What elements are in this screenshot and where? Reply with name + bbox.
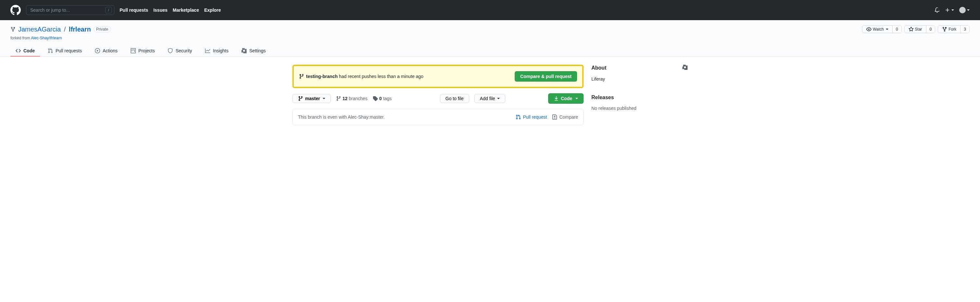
nav-pull-requests[interactable]: Pull requests bbox=[119, 8, 148, 13]
search-input[interactable] bbox=[26, 5, 115, 15]
shield-icon bbox=[168, 48, 173, 53]
search-slash-hint: / bbox=[105, 7, 112, 13]
repo-title: JamesAGarcia / lfrlearn bbox=[18, 26, 91, 33]
repo-forked-icon bbox=[10, 27, 16, 32]
branch-status-box: This branch is even with Alec-Shay:maste… bbox=[293, 109, 584, 125]
tab-projects[interactable]: Projects bbox=[126, 46, 160, 57]
watch-count[interactable]: 0 bbox=[892, 26, 901, 33]
tab-insights[interactable]: Insights bbox=[200, 46, 234, 57]
nav-explore[interactable]: Explore bbox=[204, 8, 221, 13]
compare-link[interactable]: Compare bbox=[552, 114, 578, 120]
avatar bbox=[959, 7, 966, 13]
repo-pagehead: JamesAGarcia / lfrlearn Private Watch 0 … bbox=[0, 20, 980, 57]
tab-code[interactable]: Code bbox=[10, 46, 40, 57]
watch-button[interactable]: Watch bbox=[862, 26, 892, 33]
tab-actions[interactable]: Actions bbox=[90, 46, 123, 57]
main-container: testing-branch had recent pushes less th… bbox=[282, 57, 698, 133]
file-navigation: master 12 branches 0 tags Go to file Add… bbox=[293, 93, 584, 104]
git-branch-icon bbox=[298, 96, 303, 101]
project-icon bbox=[130, 48, 136, 53]
git-branch-icon bbox=[336, 96, 341, 101]
sidebar: About Liferay Releases No releases publi… bbox=[591, 65, 687, 125]
repo-visibility-badge: Private bbox=[94, 26, 111, 32]
global-header: / Pull requests Issues Marketplace Explo… bbox=[0, 0, 980, 20]
code-icon bbox=[16, 48, 21, 53]
repo-title-row: JamesAGarcia / lfrlearn Private Watch 0 … bbox=[10, 26, 970, 33]
star-button[interactable]: Star bbox=[905, 26, 926, 33]
recent-push-banner: testing-branch had recent pushes less th… bbox=[293, 65, 584, 88]
recent-push-message: testing-branch had recent pushes less th… bbox=[299, 74, 423, 79]
about-heading: About bbox=[591, 65, 687, 71]
tab-pull-requests[interactable]: Pull requests bbox=[43, 46, 87, 57]
graph-icon bbox=[205, 48, 210, 53]
search-wrapper: / bbox=[26, 5, 115, 15]
fork-button-group: Fork 3 bbox=[938, 26, 970, 33]
caret-down-icon bbox=[576, 98, 578, 99]
user-menu[interactable] bbox=[959, 7, 970, 13]
pull-request-link[interactable]: Pull request bbox=[515, 114, 547, 120]
git-pull-request-icon bbox=[48, 48, 53, 53]
repo-actions: Watch 0 Star 0 Fork 3 bbox=[862, 26, 970, 33]
branch-status-actions: Pull request Compare bbox=[515, 114, 578, 120]
github-logo[interactable] bbox=[10, 5, 21, 15]
play-icon bbox=[95, 48, 100, 53]
about-settings-button[interactable] bbox=[682, 65, 687, 71]
git-pull-request-icon bbox=[515, 114, 521, 120]
add-file-button[interactable]: Add file bbox=[474, 94, 505, 103]
releases-heading: Releases bbox=[591, 94, 687, 101]
download-icon bbox=[554, 96, 559, 101]
branch-select-menu[interactable]: master bbox=[293, 94, 331, 103]
repo-forked-icon bbox=[942, 27, 947, 32]
header-nav: Pull requests Issues Marketplace Explore bbox=[119, 8, 221, 13]
star-count[interactable]: 0 bbox=[926, 26, 935, 33]
tab-settings[interactable]: Settings bbox=[236, 46, 271, 57]
repo-owner-link[interactable]: JamesAGarcia bbox=[18, 26, 61, 33]
repo-name-link[interactable]: lfrlearn bbox=[69, 26, 91, 33]
gear-icon bbox=[242, 48, 247, 53]
repo-nav: Code Pull requests Actions Projects Secu… bbox=[10, 46, 970, 57]
caret-down-icon bbox=[497, 98, 500, 99]
fork-parent-link[interactable]: Alec-Shay/lfrlearn bbox=[31, 36, 62, 40]
star-icon bbox=[908, 27, 914, 32]
header-right bbox=[934, 7, 970, 13]
tags-link[interactable]: 0 tags bbox=[373, 96, 391, 101]
notifications-icon[interactable] bbox=[934, 8, 940, 13]
file-diff-icon bbox=[552, 114, 557, 120]
git-branch-icon bbox=[299, 74, 304, 79]
create-new-dropdown[interactable] bbox=[945, 8, 954, 13]
compare-pull-request-button[interactable]: Compare & pull request bbox=[515, 71, 577, 81]
go-to-file-button[interactable]: Go to file bbox=[440, 94, 469, 103]
fork-count[interactable]: 3 bbox=[961, 26, 969, 33]
nav-issues[interactable]: Issues bbox=[153, 8, 168, 13]
eye-icon bbox=[866, 27, 872, 32]
branch-status-text: This branch is even with Alec-Shay:maste… bbox=[298, 114, 385, 120]
nav-marketplace[interactable]: Marketplace bbox=[173, 8, 199, 13]
caret-down-icon bbox=[323, 98, 325, 99]
code-download-button[interactable]: Code bbox=[548, 93, 584, 104]
main-column: testing-branch had recent pushes less th… bbox=[293, 65, 584, 125]
repo-sep: / bbox=[64, 26, 66, 33]
caret-down-icon bbox=[886, 29, 888, 30]
tag-icon bbox=[373, 96, 378, 101]
watch-button-group: Watch 0 bbox=[862, 26, 901, 33]
releases-empty-text: No releases published bbox=[591, 105, 687, 111]
repo-description: Liferay bbox=[591, 77, 687, 81]
fork-note: forked from Alec-Shay/lfrlearn bbox=[10, 36, 970, 40]
star-button-group: Star 0 bbox=[904, 26, 935, 33]
gear-icon bbox=[682, 65, 687, 70]
fork-button[interactable]: Fork bbox=[938, 26, 961, 33]
tab-security[interactable]: Security bbox=[162, 46, 197, 57]
branches-link[interactable]: 12 branches bbox=[336, 96, 368, 101]
